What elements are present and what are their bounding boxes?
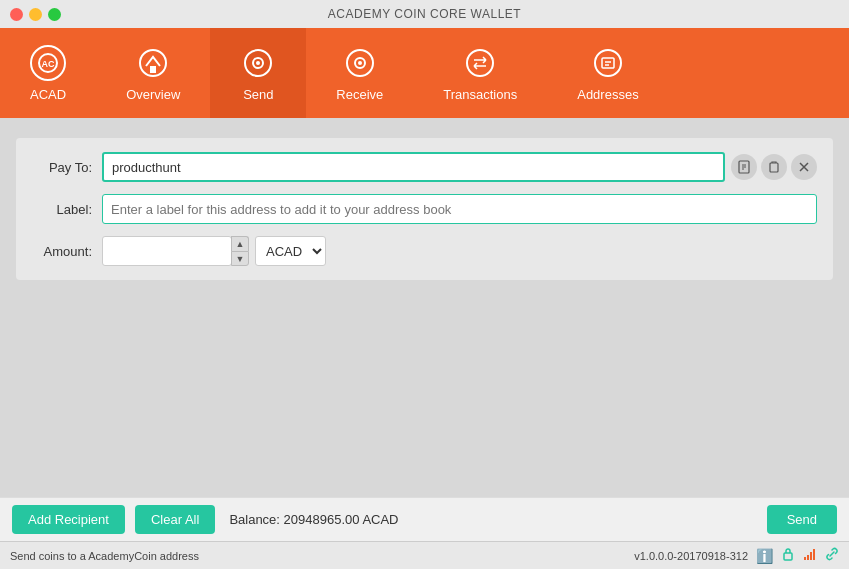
- receive-icon: [342, 45, 378, 81]
- amount-decrement[interactable]: ▼: [231, 251, 249, 266]
- send-button[interactable]: Send: [767, 505, 837, 534]
- addresses-icon: [590, 45, 626, 81]
- bottom-bar: Add Recipient Clear All Balance: 2094896…: [0, 497, 849, 541]
- overview-icon: [135, 45, 171, 81]
- sidebar-item-acad[interactable]: AC ACAD: [0, 28, 96, 118]
- svg-rect-3: [150, 66, 156, 73]
- title-bar: ACADEMY COIN CORE WALLET: [0, 0, 849, 28]
- sidebar-item-receive[interactable]: Receive: [306, 28, 413, 118]
- main-content: Pay To:: [0, 118, 849, 497]
- paste-icon-button[interactable]: [761, 154, 787, 180]
- receive-label: Receive: [336, 87, 383, 102]
- svg-rect-16: [804, 557, 806, 560]
- currency-select[interactable]: ACAD: [255, 236, 326, 266]
- clear-all-button[interactable]: Clear All: [135, 505, 215, 534]
- window-title: ACADEMY COIN CORE WALLET: [328, 7, 521, 21]
- info-icon[interactable]: ℹ️: [756, 548, 773, 564]
- svg-rect-12: [602, 58, 614, 68]
- status-right: v1.0.0.0-20170918-312 ℹ️: [634, 547, 839, 564]
- navbar: AC ACAD Overview Send: [0, 28, 849, 118]
- add-recipient-button[interactable]: Add Recipient: [12, 505, 125, 534]
- amount-increment[interactable]: ▲: [231, 236, 249, 251]
- svg-rect-14: [770, 163, 778, 172]
- svg-point-9: [358, 61, 362, 65]
- pay-to-row: Pay To:: [32, 152, 817, 182]
- send-icon: [240, 45, 276, 81]
- link-icon[interactable]: [825, 547, 839, 564]
- contacts-icon-button[interactable]: [731, 154, 757, 180]
- svg-point-11: [595, 50, 621, 76]
- label-row: Label:: [32, 194, 817, 224]
- sidebar-item-overview[interactable]: Overview: [96, 28, 210, 118]
- send-label: Send: [243, 87, 273, 102]
- status-message: Send coins to a AcademyCoin address: [10, 550, 634, 562]
- maximize-button[interactable]: [48, 8, 61, 21]
- svg-rect-18: [810, 552, 812, 560]
- overview-label: Overview: [126, 87, 180, 102]
- sidebar-item-transactions[interactable]: Transactions: [413, 28, 547, 118]
- pay-to-label: Pay To:: [32, 160, 92, 175]
- amount-spinner: ▲ ▼: [231, 236, 249, 266]
- signal-icon[interactable]: [803, 547, 817, 564]
- svg-text:AC: AC: [42, 59, 55, 69]
- svg-rect-19: [813, 549, 815, 560]
- svg-point-10: [467, 50, 493, 76]
- transactions-icon: [462, 45, 498, 81]
- pay-to-input[interactable]: [102, 152, 725, 182]
- amount-input[interactable]: [102, 236, 232, 266]
- close-button[interactable]: [10, 8, 23, 21]
- sidebar-item-addresses[interactable]: Addresses: [547, 28, 668, 118]
- sidebar-item-send[interactable]: Send: [210, 28, 306, 118]
- version-text: v1.0.0.0-20170918-312: [634, 550, 748, 562]
- amount-label: Amount:: [32, 244, 92, 259]
- svg-rect-15: [784, 553, 792, 560]
- label-input[interactable]: [102, 194, 817, 224]
- send-form: Pay To:: [16, 138, 833, 280]
- status-bar: Send coins to a AcademyCoin address v1.0…: [0, 541, 849, 569]
- acad-label: ACAD: [30, 87, 66, 102]
- label-label: Label:: [32, 202, 92, 217]
- amount-row: Amount: ▲ ▼ ACAD: [32, 236, 817, 266]
- pay-to-actions: [731, 154, 817, 180]
- balance-text: Balance: 20948965.00 ACAD: [229, 512, 398, 527]
- addresses-label: Addresses: [577, 87, 638, 102]
- acad-icon: AC: [30, 45, 66, 81]
- svg-rect-17: [807, 555, 809, 560]
- amount-inputs: ▲ ▼ ACAD: [102, 236, 326, 266]
- svg-point-6: [256, 61, 260, 65]
- window-controls: [10, 8, 61, 21]
- lock-icon[interactable]: [781, 547, 795, 564]
- transactions-label: Transactions: [443, 87, 517, 102]
- delete-icon-button[interactable]: [791, 154, 817, 180]
- minimize-button[interactable]: [29, 8, 42, 21]
